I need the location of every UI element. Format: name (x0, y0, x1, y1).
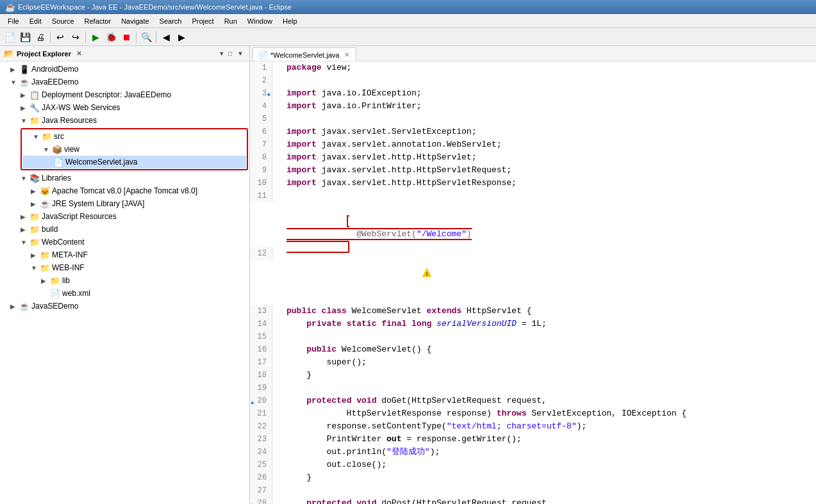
line-number-21: 21 (250, 407, 272, 420)
fold-marker-3[interactable]: ◆ (267, 88, 271, 101)
icon-jaxws: 🔧 (29, 103, 40, 113)
tree-item-metainf[interactable]: ▶ 📁 META-INF (0, 248, 249, 261)
line-number-19: 19 (250, 382, 272, 394)
line-number-4: 4 (250, 100, 272, 113)
icon-metainf: 📁 (40, 250, 50, 260)
label-view: view (64, 145, 79, 154)
line-code-24: out.println("登陆成功"); (281, 446, 440, 459)
tree-item-webxml[interactable]: ▶ 📄 web.xml (0, 287, 249, 300)
tree-item-jsres[interactable]: ▶ 📁 JavaScript Resources (0, 210, 249, 223)
line-code-28: protected void doPost(HttpServletRequest… (281, 497, 551, 504)
arrow-webinf[interactable]: ▼ (31, 264, 40, 272)
tree-item-libraries[interactable]: ▼ 📚 Libraries (0, 172, 249, 184)
tree-item-javaeedemo[interactable]: ▼ ☕ JavaEEDemo (0, 76, 249, 88)
tree-item-tomcat[interactable]: ▶ 🐱 Apache Tomcat v8.0 [Apache Tomcat v8… (0, 184, 249, 197)
arrow-metainf[interactable]: ▶ (31, 252, 40, 259)
arrow-jre[interactable]: ▶ (31, 200, 40, 207)
tree-item-src[interactable]: ▼ 📁 src (22, 130, 246, 143)
tree-item-webinf[interactable]: ▼ 📁 WEB-INF (0, 261, 249, 274)
arrow-libraries[interactable]: ▼ (21, 175, 29, 182)
arrow-build[interactable]: ▶ (21, 226, 29, 233)
menu-source[interactable]: Source (47, 16, 79, 26)
label-androiddemo: AndroidDemo (31, 65, 78, 74)
menu-refactor[interactable]: Refactor (79, 16, 117, 26)
icon-build: 📁 (29, 225, 40, 234)
tree-item-lib[interactable]: ▶ 📁 lib (0, 274, 249, 287)
redo-button[interactable]: ↪ (69, 30, 83, 44)
toolbar-sep-3 (136, 31, 137, 43)
code-line-9: 9 import javax.servlet.http.HttpServletR… (250, 164, 816, 177)
arrow-view[interactable]: ▼ (43, 146, 52, 153)
print-button[interactable]: 🖨 (33, 30, 47, 44)
code-line-7: 7 import javax.servlet.annotation.WebSer… (250, 138, 816, 151)
arrow-javaeedemo[interactable]: ▼ (10, 79, 19, 86)
line-code-26: } (281, 471, 312, 484)
menu-window[interactable]: Window (242, 16, 278, 26)
debug-button[interactable]: 🐞 (104, 30, 118, 44)
code-line-17: 17 super(); (250, 356, 816, 369)
arrow-jsres[interactable]: ▶ (21, 213, 29, 220)
run-button[interactable]: ▶ (88, 30, 103, 44)
label-webxml: web.xml (62, 289, 90, 298)
menu-run[interactable]: Run (219, 16, 242, 26)
save-button[interactable]: 💾 (18, 30, 32, 44)
tree-item-androiddemo[interactable]: ▶ 📱 AndroidDemo (0, 63, 249, 76)
code-line-2: 2 (250, 74, 816, 87)
line-number-9: 9 (250, 164, 272, 177)
code-line-20: 20 ▲ protected void doGet(HttpServletReq… (250, 394, 816, 407)
code-content: 1 package view; 2 3 ◆ import java.io. (250, 61, 816, 504)
arrow-webcontent[interactable]: ▼ (21, 239, 29, 246)
pe-maximize[interactable]: □ (226, 49, 234, 58)
line-code-7: import javax.servlet.annotation.WebServl… (281, 138, 501, 151)
tree-item-jre[interactable]: ▶ ☕ JRE System Library [JAVA] (0, 197, 249, 210)
tree-item-welcomeservlet[interactable]: 📄 WelcomeServlet.java (22, 156, 246, 168)
new-button[interactable]: 📄 (3, 30, 17, 44)
menu-project[interactable]: Project (187, 16, 219, 26)
code-editor[interactable]: 1 package view; 2 3 ◆ import java.io. (250, 61, 816, 504)
arrow-deployment[interactable]: ▶ (21, 92, 29, 99)
pe-minimize[interactable]: ▾ (218, 49, 225, 58)
tree-item-build[interactable]: ▶ 📁 build (0, 223, 249, 236)
tree-item-javasedemo[interactable]: ▶ ☕ JavaSEDemo (0, 300, 249, 313)
label-metainf: META-INF (52, 250, 88, 259)
tree-item-view[interactable]: ▼ 📦 view (22, 143, 246, 156)
tree-item-webcontent[interactable]: ▼ 📁 WebContent (0, 236, 249, 248)
back-button[interactable]: ◀ (159, 30, 173, 44)
tree-item-deployment[interactable]: ▶ 📋 Deployment Descriptor: JavaEEDemo (0, 88, 249, 101)
stop-button[interactable]: ⏹ (119, 30, 133, 44)
tree-item-javares[interactable]: ▼ 📁 Java Resources (0, 114, 249, 127)
menu-navigate[interactable]: Navigate (116, 16, 154, 26)
icon-webinf: 📁 (40, 263, 50, 273)
line-number-2: 2 (250, 74, 272, 87)
icon-lib: 📁 (50, 276, 60, 286)
undo-button[interactable]: ↩ (53, 30, 67, 44)
arrow-androiddemo[interactable]: ▶ (10, 66, 19, 73)
forward-button[interactable]: ▶ (174, 30, 188, 44)
arrow-tomcat[interactable]: ▶ (31, 188, 40, 195)
menu-search[interactable]: Search (154, 16, 187, 26)
arrow-lib[interactable]: ▶ (41, 277, 50, 284)
line-number-20: 20 ▲ (250, 394, 272, 407)
menu-file[interactable]: File (3, 16, 24, 26)
line-number-5: 5 (250, 113, 272, 126)
main-layout: 📂 Project Explorer ✕ ▾ □ ▼ ▶ 📱 AndroidDe… (0, 46, 816, 504)
search-toolbar-button[interactable]: 🔍 (139, 30, 153, 44)
warning-icon: ! (352, 254, 432, 292)
line-number-7: 7 (250, 138, 272, 151)
arrow-javares[interactable]: ▼ (21, 117, 29, 124)
line-number-1: 1 (250, 61, 272, 74)
label-tomcat: Apache Tomcat v8.0 [Apache Tomcat v8.0] (52, 186, 197, 195)
editor-tab-welcomeservlet[interactable]: 📄 *WelcomeServlet.java ✕ (253, 47, 356, 61)
arrow-jaxws[interactable]: ▶ (21, 104, 29, 111)
arrow-src[interactable]: ▼ (33, 133, 42, 140)
fold-arrow-28[interactable]: ▲ (251, 499, 254, 504)
menu-edit[interactable]: Edit (24, 16, 47, 26)
toolbar: 📄 💾 🖨 ↩ ↪ ▶ 🐞 ⏹ 🔍 ◀ ▶ (0, 28, 816, 46)
pe-viewmenu[interactable]: ▼ (235, 49, 246, 58)
menu-help[interactable]: Help (278, 16, 303, 26)
line-code-18: } (281, 369, 312, 382)
project-explorer-close[interactable]: ✕ (76, 50, 81, 57)
tab-close-button[interactable]: ✕ (344, 51, 349, 58)
tree-item-jaxws[interactable]: ▶ 🔧 JAX-WS Web Services (0, 101, 249, 114)
arrow-javasedemo[interactable]: ▶ (10, 303, 19, 310)
